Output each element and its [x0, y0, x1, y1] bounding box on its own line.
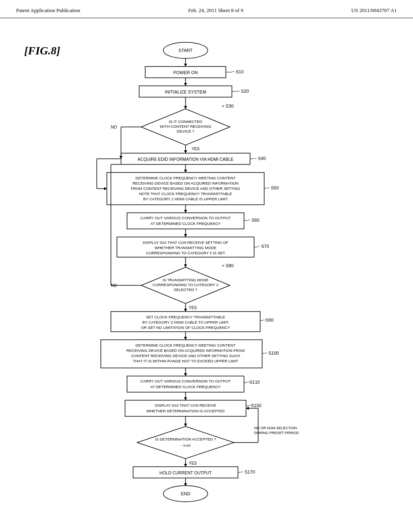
s70-step: ~ S70 [257, 244, 269, 249]
svg-marker-13 [184, 150, 187, 153]
s30-step: < S30 [222, 104, 234, 108]
s60-line1: CARRY OUT VARIOUS CONVERSION TO OUTPUT [140, 216, 231, 220]
s50-line3: FROM CONTENT RECEIVING DEVICE AND OTHER … [131, 186, 240, 191]
end-label: END [181, 491, 190, 496]
svg-marker-35 [184, 309, 187, 312]
svg-marker-46 [184, 373, 187, 376]
s30-no: NO [111, 125, 117, 129]
s110-line2: AT DETERMINED CLOCK FREQUENCY [150, 384, 221, 389]
svg-rect-47 [127, 376, 244, 392]
s160-yes: YES [189, 461, 197, 466]
s50-line1: DETERMINE CLOCK FREQUENCY MEETING CONTEN… [136, 176, 236, 180]
s80-yes: YES [189, 305, 197, 310]
s90-line2: BY CATEGORY 2 HDMI CABLE TO UPPER LIMIT [142, 320, 229, 324]
s30-yes: YES [192, 147, 200, 151]
s160-no-label1: NO OR NON-SELECTION [254, 426, 297, 430]
s70-line3: CORRESPONDING TO CATEGORY 2 IS SET [146, 251, 225, 255]
s80-line2: CORRESPONDING TO CATEGORY 2 [152, 283, 218, 287]
header-left: Patent Application Publication [16, 7, 80, 14]
svg-marker-2 [184, 64, 187, 66]
svg-marker-61 [184, 464, 187, 467]
s170-step: ~ S170 [241, 470, 255, 474]
s100-line3: CONTENT RECEIVING DEVICE AND OTHER SETTI… [131, 353, 240, 358]
svg-marker-28 [184, 234, 187, 237]
svg-marker-10 [184, 106, 187, 109]
s20-step: ~ S20 [237, 89, 249, 94]
s50-line5: BY CATEGORY 1 HDMI CABLE IS UPPER LIMIT [143, 197, 228, 201]
s160-line1: IS DETERMINATION ACCEPTED ? [155, 437, 216, 441]
svg-marker-54 [184, 424, 187, 426]
s60-line2: AT DETERMINED CLOCK FREQUENCY [150, 221, 221, 226]
s90-step: ~S90 [263, 318, 273, 322]
s20-label: INITIALIZE SYSTEM [165, 89, 206, 94]
s50-line4: NOTE THAT CLOCK FREQUENCY TRANSMITTABLE [139, 191, 232, 196]
svg-marker-72 [104, 187, 107, 190]
s90-line1: SET CLOCK FREQUENCY TRANSMITTABLE [146, 315, 225, 319]
s50-line2: RECEIVING DEVICE BASED ON ACQUIRED INFOR… [133, 181, 239, 185]
svg-marker-20 [184, 170, 187, 172]
svg-marker-55 [137, 426, 234, 459]
start-label: START [178, 48, 192, 53]
svg-marker-59 [246, 407, 249, 410]
s150-step: ~S150 [248, 403, 261, 408]
s90-line3: OR SET NO LIMITATION OF CLOCK-FREQUENCY [141, 325, 230, 330]
s100-step: ~ S100 [265, 351, 279, 355]
s150-line1: DISPLAY GUI THAT CAN RECEIVE [155, 403, 216, 407]
s80-step: < S80 [222, 263, 234, 268]
s80-line1: IS TRANSMITTING MODE [163, 278, 209, 282]
s30-line1: IS IT CONNECTED [169, 119, 202, 124]
s100-line1: DETERMINE CLOCK FREQUENCY MEETING CONTEN… [136, 343, 236, 347]
s100-line2: RECEIVING DEVICE BASED ON ACQUIRED INFOR… [126, 348, 244, 353]
svg-marker-50 [184, 397, 187, 400]
s100-line4: THAT IT IS WITHIN RANGE NOT TO EXCEED UP… [133, 359, 238, 363]
s150-line2: WHETHER DETERMINATION IS ACCEPTED [146, 409, 225, 413]
s30-line2: WITH CONTENT RECEIVING [160, 124, 211, 129]
s10-label: POWER ON [173, 70, 198, 75]
svg-marker-32 [184, 264, 187, 267]
s70-line2: WHETHER TRANSMITTING MODE [155, 245, 217, 250]
s110-line1: CARRY OUT VARIOUS CONVERSION TO OUTPUT [140, 379, 231, 383]
s40-label: ACQUIRE EDID INFORMATION VIA HDMI CABLE [138, 157, 234, 162]
s10-step: ~ S10 [232, 69, 244, 74]
header-right: US 2011/0043707 A1 [351, 7, 397, 14]
svg-rect-25 [127, 213, 244, 229]
s160-no-label2: DURING PRESET PERIOD [254, 431, 299, 435]
page-header: Patent Application Publication Feb. 24, … [0, 0, 413, 18]
s30-line3: DEVICE ? [177, 129, 194, 133]
s50-step: ~ S50 [267, 185, 279, 190]
svg-marker-6 [184, 83, 187, 86]
s160-step: ~ S160 [180, 444, 191, 447]
s80-line3: SELECTED ? [174, 287, 197, 292]
svg-rect-51 [125, 400, 246, 416]
svg-marker-24 [184, 210, 187, 213]
s70-line1: DISPLAY GUI THAT CAN RECEIVE SETTING OF [143, 240, 228, 245]
s110-step: ~S110 [247, 380, 260, 384]
header-middle: Feb. 24, 2011 Sheet 8 of 9 [188, 7, 244, 14]
svg-marker-42 [184, 337, 187, 340]
s170-label: HOLD CURRENT OUTPUT [159, 470, 212, 475]
s60-step: ~ S60 [248, 218, 259, 222]
flowchart: START POWER ON ~ S10 INITIALIZE SYSTEM ~… [48, 38, 371, 514]
s40-step: ~ S40 [254, 156, 266, 161]
